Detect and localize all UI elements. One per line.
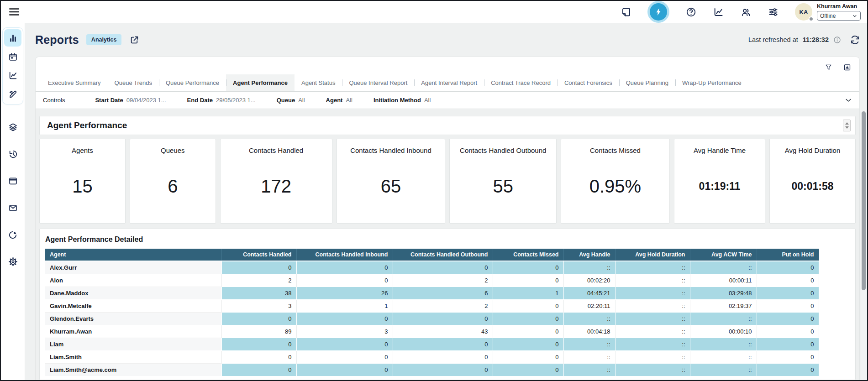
control-field-value: All — [298, 97, 305, 104]
kpi-value-wrap: 00:01:58 — [792, 154, 834, 223]
last-refreshed-time: 11:28:32 — [803, 36, 829, 43]
tab-contact-forensics[interactable]: Contact Forensics — [558, 74, 619, 91]
kpi-label: Avg Handle Time — [694, 146, 746, 154]
refresh-cluster: Last refreshed at 11:28:32 — [748, 35, 860, 45]
table-cell: 2 — [221, 274, 296, 287]
sidebar-item-mail-icon[interactable] — [4, 199, 21, 216]
kpi-value: 00:01:58 — [792, 180, 834, 197]
control-queue[interactable]: QueueAll — [277, 97, 305, 104]
tab-wrap-up-performance[interactable]: Wrap-Up Performance — [675, 74, 748, 91]
sidebar-item-history-icon[interactable] — [4, 145, 21, 162]
table-cell: :: — [690, 338, 757, 351]
metrics-icon[interactable] — [713, 6, 724, 17]
tab-executive-summary[interactable]: Executive Summary — [41, 74, 108, 91]
control-field-value: All — [424, 97, 431, 104]
lightning-icon[interactable] — [650, 3, 667, 21]
table-cell: 43 — [393, 325, 493, 338]
table-cell: 0 — [221, 364, 296, 376]
table-header-cell[interactable]: Contacts Handled — [221, 249, 296, 261]
tab-contract-trace-record[interactable]: Contract Trace Record — [484, 74, 558, 91]
table-row: Dane.Maddox38266104:45:21::03:29:480 — [45, 287, 819, 300]
table-header-cell[interactable]: Put on Hold — [757, 249, 819, 261]
table-cell: 0 — [757, 325, 819, 338]
sidebar-item-calendar-icon[interactable] — [4, 48, 21, 65]
agent-name-cell: Glendon.Evarts — [45, 313, 221, 325]
kpi-value: 0.95% — [589, 176, 641, 201]
table-cell: 6 — [393, 287, 493, 300]
info-icon[interactable] — [833, 36, 841, 44]
table-cell: 0 — [296, 364, 393, 376]
app-window: { "topbar": { "icons": [ { "name": "note… — [0, 0, 868, 381]
avatar[interactable]: KA — [795, 3, 812, 21]
stepper-down-icon[interactable] — [845, 126, 849, 129]
table-header-row: AgentContacts HandledContacts Handled In… — [45, 249, 819, 261]
status-select[interactable]: Offline — [817, 11, 861, 21]
table-header-cell[interactable]: Contacts Missed — [493, 249, 563, 261]
tab-agent-status[interactable]: Agent Status — [295, 74, 342, 91]
control-agent[interactable]: AgentAll — [326, 97, 352, 104]
sidebar-item-pie-chart-icon[interactable] — [4, 226, 21, 243]
table-cell: 0 — [757, 364, 819, 376]
table-header-cell[interactable]: Contacts Handled Inbound — [296, 249, 393, 261]
controls-expand-chevron-icon[interactable] — [845, 97, 852, 104]
kpi-value-wrap: 172 — [261, 154, 291, 223]
table-header-cell[interactable]: Avg Hold Duration — [615, 249, 690, 261]
tab-queue-planning[interactable]: Queue Planning — [619, 74, 675, 91]
control-field-value: All — [346, 97, 352, 104]
page-header: Reports Analytics Last refreshed at 11:2… — [35, 23, 860, 57]
vertical-scrollbar[interactable] — [861, 110, 867, 380]
table-cell: :: — [563, 351, 615, 364]
kpi-value-wrap: 0.95% — [589, 154, 641, 223]
tab-queue-interval-report[interactable]: Queue Interval Report — [342, 74, 414, 91]
stepper-up-icon[interactable] — [845, 122, 849, 125]
notes-icon[interactable] — [621, 6, 631, 17]
table-cell: :: — [615, 300, 690, 313]
download-icon[interactable] — [843, 63, 851, 71]
table-cell: 0 — [296, 274, 393, 287]
table-cell: 0 — [296, 261, 393, 274]
sidebar-item-line-chart-icon[interactable] — [4, 67, 21, 84]
analytics-badge: Analytics — [86, 34, 122, 45]
sidebar-item-layers-icon[interactable] — [4, 118, 21, 136]
agent-name-cell: Gavin.Metcalfe — [45, 300, 221, 313]
table-cell: :: — [615, 274, 690, 287]
table-cell: 0 — [393, 261, 493, 274]
control-end-date[interactable]: End Date29/05/2023 1... — [187, 97, 256, 104]
section-stepper[interactable] — [843, 120, 851, 131]
table-header-cell[interactable]: Avg Handle — [563, 249, 615, 261]
sidebar-item-design-icon[interactable] — [4, 85, 21, 103]
table-header-cell[interactable]: Agent — [45, 249, 221, 261]
table-header-cell[interactable]: Contacts Handled Outbound — [393, 249, 493, 261]
sliders-icon[interactable] — [768, 6, 779, 17]
table-cell: 0 — [221, 338, 296, 351]
filter-icon[interactable] — [825, 63, 832, 71]
control-initiation-method[interactable]: Initiation MethodAll — [374, 97, 431, 104]
table-cell: 0 — [493, 325, 563, 338]
users-icon[interactable] — [740, 6, 751, 17]
help-icon[interactable] — [685, 6, 696, 17]
vertical-scrollbar-thumb[interactable] — [862, 111, 866, 290]
external-link-icon[interactable] — [130, 35, 139, 45]
tab-agent-performance[interactable]: Agent Performance — [226, 74, 295, 91]
table-cell: :: — [615, 338, 690, 351]
table-row: Khurram.Awan89343000:04:18::00:00:100 — [45, 325, 819, 338]
tab-agent-interval-report[interactable]: Agent Interval Report — [414, 74, 484, 91]
control-field-label: End Date — [187, 97, 213, 104]
refresh-icon[interactable] — [850, 35, 860, 45]
table-cell: 02:19:37 — [690, 300, 757, 313]
table-cell: 0 — [221, 261, 296, 274]
control-start-date[interactable]: Start Date09/04/2023 1... — [95, 97, 166, 104]
sidebar-item-window-icon[interactable] — [4, 172, 21, 189]
control-field-label: Initiation Method — [374, 97, 421, 104]
sidebar-item-gear-icon[interactable] — [4, 253, 21, 270]
table-cell: 0 — [757, 274, 819, 287]
hamburger-menu-icon[interactable] — [8, 6, 20, 18]
report-body: Agent Performance Agents15Queues6Contact… — [36, 109, 859, 380]
table-cell: :: — [563, 313, 615, 325]
table-header-cell[interactable]: Avg ACW Time — [690, 249, 757, 261]
kpi-value: 65 — [381, 176, 401, 201]
tab-queue-trends[interactable]: Queue Trends — [108, 74, 159, 91]
tab-queue-performance[interactable]: Queue Performance — [159, 74, 226, 91]
table-cell: 02:20:11 — [563, 300, 615, 313]
sidebar-item-bar-chart-icon[interactable] — [4, 29, 21, 47]
